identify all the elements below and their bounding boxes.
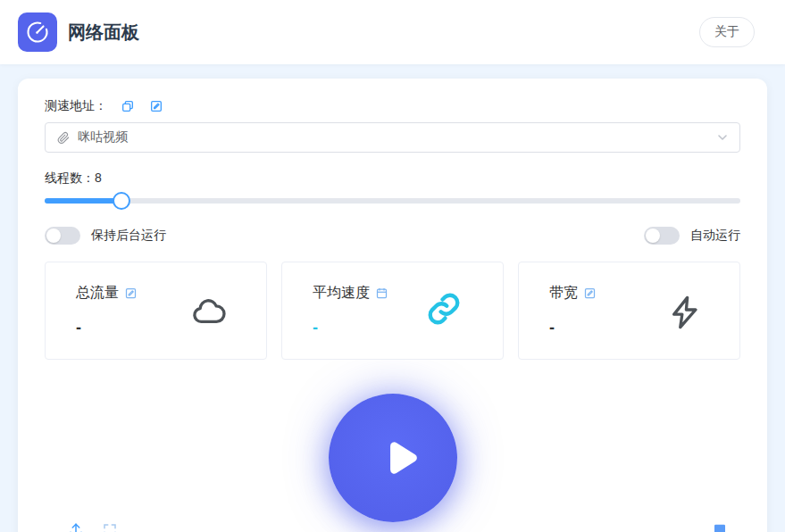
edit-icon[interactable] <box>583 287 597 300</box>
start-test-button[interactable] <box>329 394 457 522</box>
slider-thumb[interactable] <box>113 192 130 210</box>
thread-count-slider[interactable] <box>45 192 740 210</box>
app-header: 网络面板 关于 <box>0 0 785 64</box>
slider-fill <box>45 198 121 204</box>
thread-count-label: 线程数：8 <box>45 170 740 188</box>
play-icon <box>363 433 422 483</box>
slider-track[interactable] <box>45 198 740 204</box>
stat-card-bandwidth: 带宽 - <box>518 262 740 360</box>
switch-knob <box>646 229 660 243</box>
keep-background-switch[interactable] <box>45 227 80 245</box>
stat-label: 带宽 <box>549 284 578 303</box>
chevron-down-icon <box>716 131 729 144</box>
fullscreen-icon[interactable] <box>102 522 118 532</box>
edit-icon[interactable] <box>124 287 138 300</box>
bottom-toolbar <box>45 522 740 532</box>
toggle-row: 保持后台运行 自动运行 <box>45 226 740 245</box>
message-icon[interactable] <box>713 522 727 532</box>
stat-card-total-traffic: 总流量 - <box>45 262 267 360</box>
auto-run-toggle-group: 自动运行 <box>644 227 740 245</box>
speed-test-url-select[interactable]: 咪咕视频 <box>45 122 740 153</box>
link-icon <box>424 289 463 332</box>
thread-count-prefix: 线程数： <box>45 170 95 185</box>
app-logo <box>18 12 57 52</box>
stat-card-average-speed: 平均速度 - <box>281 262 504 360</box>
keep-background-toggle-group: 保持后台运行 <box>45 227 166 245</box>
paperclip-icon <box>56 130 71 145</box>
keep-background-label: 保持后台运行 <box>91 228 166 244</box>
stat-label: 平均速度 <box>313 284 370 303</box>
share-icon[interactable] <box>68 522 84 532</box>
thread-count-value: 8 <box>95 170 102 185</box>
auto-run-switch[interactable] <box>644 227 680 245</box>
edit-icon[interactable] <box>148 98 164 114</box>
stats-row: 总流量 - 平均速度 <box>45 262 740 360</box>
cloud-icon <box>188 293 230 334</box>
stat-label: 总流量 <box>76 284 119 303</box>
speedometer-icon <box>25 20 50 45</box>
about-button[interactable]: 关于 <box>699 17 755 47</box>
auto-run-label: 自动运行 <box>690 228 740 244</box>
play-button-area <box>45 394 740 522</box>
main-panel: 测速地址： 咪咕视频 线程数：8 <box>18 79 767 532</box>
speed-test-address-label: 测速地址： <box>45 98 107 114</box>
speed-test-address-row: 测速地址： <box>45 97 740 115</box>
lightning-icon <box>666 293 704 336</box>
selected-option-label: 咪咕视频 <box>78 129 128 145</box>
calendar-icon[interactable] <box>375 287 388 300</box>
switch-knob <box>46 229 61 243</box>
copy-icon[interactable] <box>120 98 136 114</box>
page-title: 网络面板 <box>68 21 139 45</box>
